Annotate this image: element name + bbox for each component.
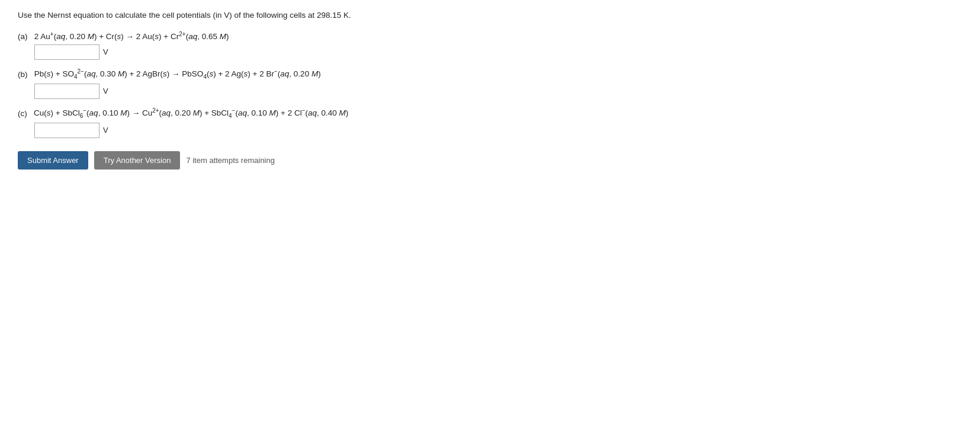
problem-a-equation: 2 Au+(aq, 0.20 M) + Cr(s) → 2 Au(s) + Cr… bbox=[34, 32, 229, 41]
problem-c-unit: V bbox=[103, 126, 108, 135]
problem-c-equation: Cu(s) + SbCl6−(aq, 0.10 M) → Cu2+(aq, 0.… bbox=[34, 108, 348, 117]
problem-b: (b) Pb(s) + SO42−(aq, 0.30 M) + 2 AgBr(s… bbox=[18, 68, 962, 99]
submit-button[interactable]: Submit Answer bbox=[18, 151, 88, 170]
instruction-text: Use the Nernst equation to calculate the… bbox=[18, 11, 962, 20]
problem-a-input[interactable] bbox=[34, 44, 99, 60]
problem-b-unit: V bbox=[103, 87, 108, 95]
problem-b-label: (b) Pb(s) + SO42−(aq, 0.30 M) + 2 AgBr(s… bbox=[18, 68, 962, 80]
problem-c-label: (c) Cu(s) + SbCl6−(aq, 0.10 M) → Cu2+(aq… bbox=[18, 107, 962, 119]
problem-a-unit: V bbox=[103, 47, 108, 56]
problem-c-answer-row: V bbox=[34, 123, 962, 138]
problem-a-label: (a) 2 Au+(aq, 0.20 M) + Cr(s) → 2 Au(s) … bbox=[18, 30, 962, 41]
problem-b-equation: Pb(s) + SO42−(aq, 0.30 M) + 2 AgBr(s) → … bbox=[34, 69, 321, 78]
problem-a: (a) 2 Au+(aq, 0.20 M) + Cr(s) → 2 Au(s) … bbox=[18, 30, 962, 60]
problem-b-input[interactable] bbox=[34, 84, 99, 99]
attempts-text: 7 item attempts remaining bbox=[186, 156, 275, 165]
problem-a-letter: (a) bbox=[18, 32, 28, 41]
problem-b-answer-row: V bbox=[34, 84, 962, 99]
problem-c-input[interactable] bbox=[34, 123, 99, 138]
try-another-button[interactable]: Try Another Version bbox=[94, 151, 181, 170]
problem-b-letter: (b) bbox=[18, 69, 28, 78]
problem-c: (c) Cu(s) + SbCl6−(aq, 0.10 M) → Cu2+(aq… bbox=[18, 107, 962, 138]
buttons-row: Submit Answer Try Another Version 7 item… bbox=[18, 151, 962, 170]
problem-c-letter: (c) bbox=[18, 108, 27, 117]
problem-a-answer-row: V bbox=[34, 44, 962, 60]
